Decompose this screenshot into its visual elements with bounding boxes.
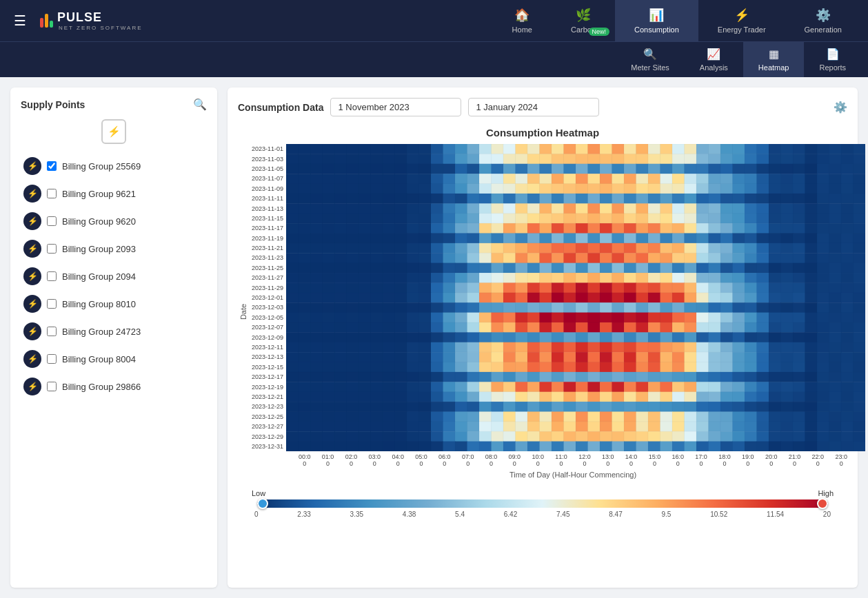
y-axis-date: 2023-11-23	[250, 253, 286, 262]
nav-heatmap-label: Heatmap	[758, 63, 789, 72]
nav-reports[interactable]: 📄 Reports	[804, 42, 861, 77]
legend-thumb-left[interactable]	[257, 498, 268, 509]
nav-heatmap[interactable]: ▦ Heatmap	[743, 42, 805, 77]
y-axis-date: 2023-12-25	[250, 412, 286, 422]
y-axis-date: 2023-11-19	[250, 234, 286, 243]
billing-item[interactable]: ⚡ Billing Group 9620	[21, 207, 207, 235]
nav-carbon[interactable]: 🌿 Carbon New!	[552, 0, 615, 41]
legend-thumb-right[interactable]	[817, 498, 828, 509]
logo-bar-orange	[45, 14, 48, 28]
top-navigation: ☰ PULSE NET ZERO SOFTWARE 🏠 Home 🌿 Carbo…	[0, 0, 868, 41]
billing-label: Billing Group 25569	[62, 161, 141, 172]
billing-item[interactable]: ⚡ Billing Group 24723	[21, 318, 207, 345]
nav-reports-label: Reports	[819, 63, 846, 72]
billing-item[interactable]: ⚡ Billing Group 2093	[21, 235, 207, 262]
x-axis-time: 07:00	[462, 453, 474, 467]
y-axis-date: 2023-12-17	[250, 372, 286, 382]
billing-label: Billing Group 9620	[62, 216, 136, 227]
y-axis-date: 2023-11-03	[250, 154, 286, 163]
y-axis-date: 2023-12-09	[250, 332, 286, 342]
x-axis-time: 18:00	[718, 453, 731, 467]
billing-icon: ⚡	[23, 295, 41, 313]
x-axis-time: 00:00	[299, 453, 311, 467]
billing-icon: ⚡	[23, 322, 41, 340]
legend-value: 10.52	[710, 511, 727, 518]
legend-value: 11.54	[767, 511, 784, 518]
sidebar: Supply Points 🔍 ⚡ ⚡ Billing Group 25569 …	[10, 87, 217, 588]
billing-item[interactable]: ⚡ Billing Group 9621	[21, 180, 207, 207]
billing-checkbox[interactable]	[47, 161, 57, 171]
y-axis-date: 2023-11-17	[250, 223, 286, 233]
nav-energy-trader[interactable]: ⚡ Energy Trader	[698, 0, 785, 41]
heatmap-settings-button[interactable]: ⚙️	[834, 101, 847, 114]
billing-item[interactable]: ⚡ Billing Group 8010	[21, 290, 207, 318]
y-axis-date: 2023-12-05	[250, 313, 286, 322]
heatmap-container: Consumption Heatmap Date 2023-11-012023-…	[238, 127, 847, 479]
billing-item[interactable]: ⚡ Billing Group 29866	[21, 373, 207, 400]
billing-icon: ⚡	[23, 378, 41, 395]
legend-high-label: High	[818, 489, 834, 497]
date-from-input[interactable]	[330, 98, 461, 116]
billing-checkbox[interactable]	[47, 216, 57, 226]
y-axis-date: 2023-11-29	[250, 282, 286, 292]
x-axis-time: 13:00	[602, 453, 614, 467]
legend-value: 20	[823, 511, 831, 518]
x-axis-time: 05:00	[415, 453, 427, 467]
x-axis-time: 19:00	[742, 453, 754, 467]
consumption-icon: 📊	[649, 8, 664, 23]
x-axis-time: 15:00	[649, 453, 661, 467]
x-axis-wrapper: 00:0001:0002:0003:0004:0005:0006:0007:00…	[299, 451, 847, 479]
filter-button[interactable]: ⚡	[101, 119, 126, 144]
logo-bars	[40, 14, 53, 28]
y-axis-date: 2023-12-13	[250, 352, 286, 362]
energy-trader-icon: ⚡	[734, 8, 749, 23]
y-axis-date: 2023-11-27	[250, 273, 286, 282]
x-axis-times: 00:0001:0002:0003:0004:0005:0006:0007:00…	[299, 451, 847, 469]
y-axis-date: 2023-12-01	[250, 293, 286, 302]
billing-checkbox[interactable]	[47, 299, 57, 309]
billing-label: Billing Group 29866	[62, 382, 141, 392]
billing-checkbox[interactable]	[47, 189, 57, 198]
billing-checkbox[interactable]	[47, 354, 57, 364]
x-axis-time: 17:00	[695, 453, 707, 467]
billing-icon: ⚡	[23, 157, 41, 175]
heatmap-icon: ▦	[769, 48, 779, 61]
app-name: PULSE	[57, 10, 143, 25]
x-axis-time: 08:00	[485, 453, 498, 467]
legend-value: 0	[254, 511, 259, 518]
legend-gradient	[257, 499, 828, 508]
billing-item[interactable]: ⚡ Billing Group 2094	[21, 262, 207, 290]
hamburger-menu[interactable]: ☰	[7, 0, 33, 41]
billing-item[interactable]: ⚡ Billing Group 8004	[21, 345, 207, 373]
billing-item[interactable]: ⚡ Billing Group 25569	[21, 152, 207, 180]
nav-meter-sites[interactable]: 🔍 Meter Sites	[616, 42, 685, 77]
nav-home[interactable]: 🏠 Home	[493, 0, 552, 41]
date-to-input[interactable]	[468, 98, 599, 116]
app-logo: PULSE NET ZERO SOFTWARE	[33, 0, 150, 41]
nav-meter-sites-label: Meter Sites	[631, 63, 669, 72]
nav-consumption[interactable]: 📊 Consumption	[615, 0, 698, 41]
legend-values: 02.333.354.385.46.427.458.479.510.5211.5…	[252, 511, 834, 518]
billing-checkbox[interactable]	[47, 382, 57, 391]
x-axis-time: 03:00	[369, 453, 381, 467]
billing-checkbox[interactable]	[47, 244, 57, 254]
legend-value: 3.35	[350, 511, 363, 518]
y-axis-date: 2023-11-11	[250, 194, 286, 203]
x-axis-time: 11:00	[555, 453, 567, 467]
nav-generation[interactable]: ⚙️ Generation	[785, 0, 861, 41]
billing-label: Billing Group 2094	[62, 271, 136, 282]
x-axis-time: 02:00	[345, 453, 358, 467]
nav-analysis[interactable]: 📈 Analysis	[685, 42, 743, 77]
x-axis-time: 16:00	[672, 453, 685, 467]
content-header: Consumption Data ⚙️	[238, 98, 847, 116]
home-icon: 🏠	[514, 8, 529, 23]
logo-bar-green	[50, 21, 53, 28]
y-axis-date: 2023-11-13	[250, 203, 286, 213]
billing-icon: ⚡	[23, 350, 41, 368]
meter-sites-icon: 🔍	[643, 48, 657, 61]
y-axis-date: 2023-12-31	[250, 442, 286, 451]
billing-checkbox[interactable]	[47, 327, 57, 336]
sidebar-title: Supply Points	[21, 99, 85, 110]
billing-checkbox[interactable]	[47, 271, 57, 281]
search-button[interactable]: 🔍	[193, 98, 207, 111]
